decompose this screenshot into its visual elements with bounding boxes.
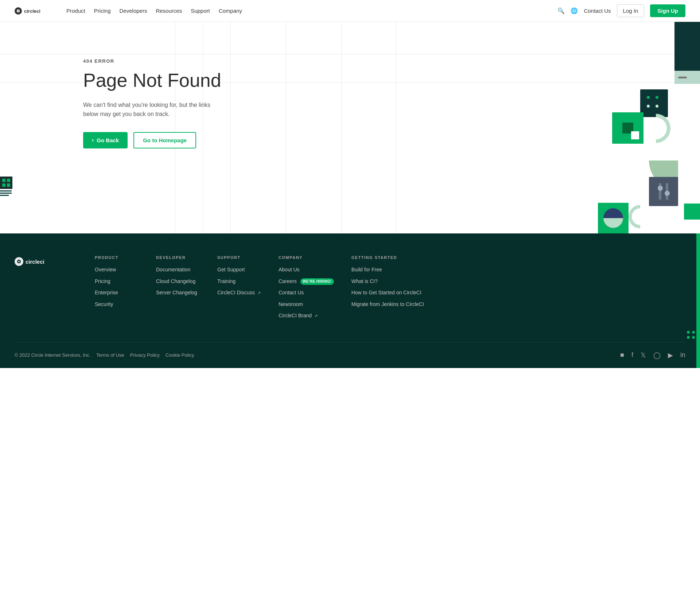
button-group: ‹ Go Back Go to Homepage xyxy=(83,132,700,148)
footer-link-enterprise[interactable]: Enterprise xyxy=(95,289,139,297)
signup-button[interactable]: Sign Up xyxy=(650,4,685,17)
footer-right-edge xyxy=(696,233,700,368)
footer-link-discuss[interactable]: CircleCI Discuss ↗ xyxy=(217,289,261,297)
nav-pricing[interactable]: Pricing xyxy=(94,8,111,14)
footer-terms-link[interactable]: Terms of Use xyxy=(96,352,124,358)
linkedin-icon[interactable]: in xyxy=(680,351,685,359)
go-homepage-button[interactable]: Go to Homepage xyxy=(133,132,196,148)
deco-bottom-circle-rect xyxy=(598,203,629,233)
footer-link-build-free[interactable]: Build for Free xyxy=(351,266,424,274)
nav-company[interactable]: Company xyxy=(219,8,242,14)
rss-icon[interactable]: ■ xyxy=(620,351,624,359)
footer-link-newsroom[interactable]: Newsroom xyxy=(279,301,334,308)
twitter-icon[interactable]: 𝕏 xyxy=(641,351,646,359)
footer-col-company-heading: COMPANY xyxy=(279,255,334,260)
logo-svg: circleci xyxy=(15,6,55,16)
nav-product[interactable]: Product xyxy=(66,8,85,14)
error-title: Page Not Found xyxy=(83,70,258,92)
footer-social: ■ f 𝕏 ◯ ▶ in xyxy=(620,351,685,359)
main-wrapper: 404 ERROR Page Not Found We can't find w… xyxy=(0,22,700,368)
external-link-icon: ↗ xyxy=(257,291,261,295)
footer-link-brand[interactable]: CircleCI Brand ↗ xyxy=(279,312,334,320)
footer-link-overview[interactable]: Overview xyxy=(95,266,139,274)
footer-link-about[interactable]: About Us xyxy=(279,266,334,274)
external-link-icon2: ↗ xyxy=(314,314,318,318)
deco-arc-bottom xyxy=(629,205,652,228)
footer-col-product: PRODUCT Overview Pricing Enterprise Secu… xyxy=(95,255,139,324)
facebook-icon[interactable]: f xyxy=(631,351,633,359)
go-back-button[interactable]: ‹ Go Back xyxy=(83,132,128,148)
search-icon[interactable]: 🔍 xyxy=(557,7,565,14)
footer-link-how-to-start[interactable]: How to Get Started on CircleCI xyxy=(351,289,424,297)
footer-col-getting-started: GETTING STARTED Build for Free What is C… xyxy=(351,255,424,324)
nav-contact-link[interactable]: Contact Us xyxy=(584,8,611,14)
footer-link-docs[interactable]: Documentation xyxy=(156,266,200,274)
footer-link-get-support[interactable]: Get Support xyxy=(217,266,261,274)
footer-link-migrate-jenkins[interactable]: Migrate from Jenkins to CircleCI xyxy=(351,301,424,308)
footer-col-developer-heading: DEVELOPER xyxy=(156,255,200,260)
footer-link-what-ci[interactable]: What is CI? xyxy=(351,278,424,285)
footer-top: circleci PRODUCT Overview Pricing Enterp… xyxy=(15,255,685,342)
svg-text:circleci: circleci xyxy=(24,8,40,14)
footer-link-training[interactable]: Training xyxy=(217,278,261,285)
footer-col-company: COMPANY About Us Careers WE'RE HIRING! C… xyxy=(279,255,334,324)
left-edge-deco xyxy=(0,177,12,197)
footer-logo: circleci xyxy=(15,255,73,324)
copyright-text: © 2022 Circle Internet Services, Inc. xyxy=(15,352,90,358)
nav-links: Product Pricing Developers Resources Sup… xyxy=(66,8,557,14)
footer: circleci PRODUCT Overview Pricing Enterp… xyxy=(0,233,700,368)
footer-link-careers[interactable]: Careers WE'RE HIRING! xyxy=(279,278,334,285)
footer-col-support: SUPPORT Get Support Training CircleCI Di… xyxy=(217,255,261,324)
deco-slider-box xyxy=(649,177,678,206)
footer-bottom: © 2022 Circle Internet Services, Inc. Te… xyxy=(15,342,685,368)
nav-developers[interactable]: Developers xyxy=(120,8,147,14)
footer-link-contact[interactable]: Contact Us xyxy=(279,289,334,297)
deco-small-green xyxy=(684,204,700,220)
footer-columns: PRODUCT Overview Pricing Enterprise Secu… xyxy=(95,255,685,324)
footer-col-support-heading: SUPPORT xyxy=(217,255,261,260)
navbar: circleci Product Pricing Developers Reso… xyxy=(0,0,700,22)
footer-col-product-heading: PRODUCT xyxy=(95,255,139,260)
globe-icon[interactable]: 🌐 xyxy=(571,7,578,14)
github-icon[interactable]: ◯ xyxy=(653,351,661,359)
nav-resources[interactable]: Resources xyxy=(156,8,182,14)
footer-dots xyxy=(687,331,695,339)
main-content: 404 ERROR Page Not Found We can't find w… xyxy=(0,22,700,233)
footer-logo-svg: circleci xyxy=(15,255,62,268)
logo-link[interactable]: circleci xyxy=(15,6,55,16)
footer-col-developer: DEVELOPER Documentation Cloud Changelog … xyxy=(156,255,200,324)
footer-cookie-link[interactable]: Cookie Policy xyxy=(166,352,194,358)
footer-link-security[interactable]: Security xyxy=(95,301,139,308)
footer-link-cloud-changelog[interactable]: Cloud Changelog xyxy=(156,278,200,285)
back-arrow-icon: ‹ xyxy=(92,137,94,143)
footer-col-getting-started-heading: GETTING STARTED xyxy=(351,255,424,260)
error-section: 404 ERROR Page Not Found We can't find w… xyxy=(0,22,700,178)
login-button[interactable]: Log In xyxy=(617,4,645,17)
footer-link-pricing[interactable]: Pricing xyxy=(95,278,139,285)
twitch-icon[interactable]: ▶ xyxy=(668,351,673,359)
svg-point-2 xyxy=(18,10,19,11)
error-description: We can't find what you're looking for, b… xyxy=(83,100,222,119)
footer-privacy-link[interactable]: Privacy Policy xyxy=(130,352,160,358)
nav-right: 🔍 🌐 Contact Us Log In Sign Up xyxy=(557,4,685,17)
error-label: 404 ERROR xyxy=(83,58,700,64)
footer-link-server-changelog[interactable]: Server Changelog xyxy=(156,289,200,297)
svg-text:circleci: circleci xyxy=(26,259,44,265)
svg-point-6 xyxy=(18,261,20,262)
hiring-badge: WE'RE HIRING! xyxy=(300,278,334,285)
nav-support[interactable]: Support xyxy=(191,8,210,14)
footer-legal: © 2022 Circle Internet Services, Inc. Te… xyxy=(15,352,194,358)
